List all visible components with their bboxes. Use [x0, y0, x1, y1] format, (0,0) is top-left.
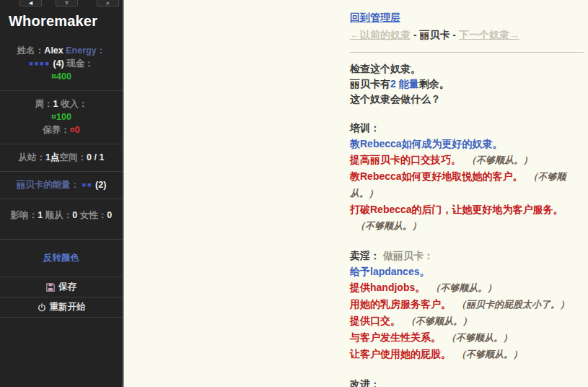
forward-button[interactable]: ▼	[56, 0, 78, 6]
obedience-value: 0	[72, 210, 77, 220]
slave-energy-section: 丽贝卡的能量： ■■ (2)	[0, 172, 123, 199]
name-label: 姓名：	[17, 45, 45, 56]
whoring-heading-row: 卖淫： 做丽贝卡：	[350, 248, 584, 264]
girls-value: 0	[107, 210, 112, 220]
week-value: 1	[53, 99, 58, 109]
app-title: Whoremaker	[0, 7, 123, 30]
energy-label: Energy：	[66, 45, 105, 56]
slaves-label: 从站：	[19, 152, 46, 162]
down-arrow-icon: ▼	[63, 0, 70, 6]
space-label: 空间：	[60, 152, 87, 162]
influence-value: 1	[38, 210, 43, 220]
slaves-value: 1点	[45, 152, 59, 162]
income-value: ¤100	[51, 112, 71, 122]
slave-energy-count: (2)	[95, 180, 106, 190]
back-to-management-link[interactable]: 回到管理层	[350, 12, 400, 23]
back-link-row: 回到管理层	[350, 10, 584, 25]
slaves-section: 从站：1点空间：0 / 1	[0, 144, 123, 172]
save-label: 保存	[58, 281, 76, 293]
save-button[interactable]: 保存	[0, 277, 123, 297]
obedience-label: 顺从：	[45, 210, 73, 220]
intro-paragraph: 检查这个奴隶。 丽贝卡有2 能量剩余。 这个奴隶会做什么？	[350, 61, 584, 107]
slave-energy-label: 丽贝卡的能量：	[17, 180, 80, 190]
unavailable-note: （不够顺从。）	[457, 349, 522, 360]
week-label: 周：	[35, 99, 53, 109]
divider	[350, 52, 584, 53]
cash-value: ¤400	[51, 71, 71, 82]
energy-count: (4)	[53, 58, 63, 69]
training-action-link[interactable]: 教Rebecca如何成为更好的奴隶。	[350, 138, 503, 149]
improvements-heading: 改进：	[350, 377, 584, 387]
current-slave-name: - 丽贝卡 -	[413, 29, 456, 40]
player-energy-row: ■■■■ (4) 现金：	[3, 57, 120, 70]
upkeep-row: 保养：¤0	[3, 123, 120, 136]
power-icon	[38, 303, 46, 312]
training-action-anal: 打破Rebecca的后门，让她更好地为客户服务。（不够顺从。）	[350, 201, 584, 234]
upkeep-value: ¤0	[70, 125, 80, 135]
player-name: Alex	[44, 45, 63, 56]
search-button[interactable]: ⌕	[97, 0, 119, 6]
training-action-oral: 提高丽贝卡的口交技巧。（不够顺从。）	[350, 152, 584, 168]
unavailable-note: （不够顺从。）	[356, 220, 421, 231]
influence-label: 影响：	[11, 210, 38, 220]
main-content: 回到管理层 ←以前的奴隶 - 丽贝卡 - 下一个奴隶→ 检查这个奴隶。 丽贝卡有…	[126, 0, 588, 387]
energy-remaining-value: 2 能量	[390, 78, 419, 90]
restart-label: 重新开始	[50, 301, 86, 313]
player-stats-section: 姓名：Alex Energy： ■■■■ (4) 现金： ¤400	[0, 30, 123, 91]
sidebar: ◄ ▼ ⌕ Whoremaker 姓名：Alex Energy： ■■■■ (4…	[0, 0, 124, 387]
upkeep-label: 保养：	[43, 125, 70, 135]
left-arrow-icon: ◄	[27, 0, 34, 6]
whoring-heading: 卖淫：	[350, 250, 380, 261]
intro-line-3: 这个奴隶会做什么？	[350, 92, 584, 107]
training-heading: 培训：	[350, 121, 584, 136]
prev-slave-link: ←以前的奴隶	[350, 29, 411, 40]
whoring-subheading: 做丽贝卡：	[383, 250, 434, 261]
whoring-section: 卖淫： 做丽贝卡： 给予lapdances。 提供handjobs。（不够顺从。…	[350, 248, 584, 362]
intro-line-1: 检查这个奴隶。	[350, 61, 584, 77]
training-section: 培训： 教Rebecca如何成为更好的奴隶。 提高丽贝卡的口交技巧。（不够顺从。…	[350, 121, 584, 234]
energy-bar-icon: ■■■■	[29, 60, 51, 67]
week-section: 周：1 收入： ¤100 保养：¤0	[0, 91, 123, 144]
floppy-disk-icon	[46, 283, 55, 292]
invert-colors-link[interactable]: 反转颜色	[43, 253, 79, 263]
restart-button[interactable]: 重新开始	[0, 297, 123, 318]
whoring-action-breasts: 用她的乳房服务客户。（丽贝卡的屁股太小了。）	[350, 296, 584, 313]
unavailable-note: （丽贝卡的屁股太小了。）	[457, 299, 569, 310]
unavailable-note: （不够顺从。）	[467, 155, 532, 165]
training-action-please: 教Rebecca如何更好地取悦她的客户。（不够顺从。）	[350, 168, 584, 201]
player-name-row: 姓名：Alex Energy：	[3, 44, 120, 57]
training-action-teach: 教Rebecca如何成为更好的奴隶。	[350, 136, 584, 152]
income-row: ¤100	[3, 110, 120, 123]
whoring-action-anal: 让客户使用她的屁股。（不够顺从。）	[350, 346, 584, 362]
girls-label: 女性：	[80, 210, 107, 220]
whoring-action-link[interactable]: 给予lapdances。	[350, 266, 429, 277]
back-button[interactable]: ◄	[19, 0, 42, 6]
unavailable-note: （不够顺从。）	[406, 316, 472, 326]
unavailable-note: （不够顺从。）	[447, 332, 512, 343]
income-label: 收入：	[61, 99, 88, 109]
whoring-action-sex: 与客户发生性关系。（不够顺从。）	[350, 329, 584, 346]
unavailable-note: （不够顺从。）	[431, 282, 496, 293]
slave-nav: ←以前的奴隶 - 丽贝卡 - 下一个奴隶→	[350, 27, 584, 43]
whoring-action-lapdance: 给予lapdances。	[350, 264, 584, 279]
week-row: 周：1 收入：	[3, 97, 120, 110]
cash-label: 现金：	[66, 58, 94, 69]
improvements-section: 改进： ¤ 50 ：使用注射荷尔蒙增长丽贝卡的胸部。 ¤ 50 ：给她生长激素成…	[350, 377, 584, 387]
whoring-action-handjobs: 提供handjobs。（不够顺从。）	[350, 279, 584, 296]
next-slave-link: 下一个奴隶→	[459, 29, 519, 40]
sidebar-top-nav: ◄ ▼ ⌕	[0, 0, 123, 7]
search-icon: ⌕	[106, 0, 110, 6]
intro-line-2: 丽贝卡有2 能量剩余。	[350, 77, 584, 92]
space-value: 0 / 1	[87, 152, 104, 162]
slave-energy-bar-icon: ■■	[82, 181, 93, 188]
whoring-action-oral: 提供口交。（不够顺从。）	[350, 313, 584, 329]
cash-row: ¤400	[3, 70, 120, 83]
influence-section: 影响：1 顺从：0 女性：0	[0, 199, 123, 240]
invert-colors-row: 反转颜色	[0, 240, 123, 277]
